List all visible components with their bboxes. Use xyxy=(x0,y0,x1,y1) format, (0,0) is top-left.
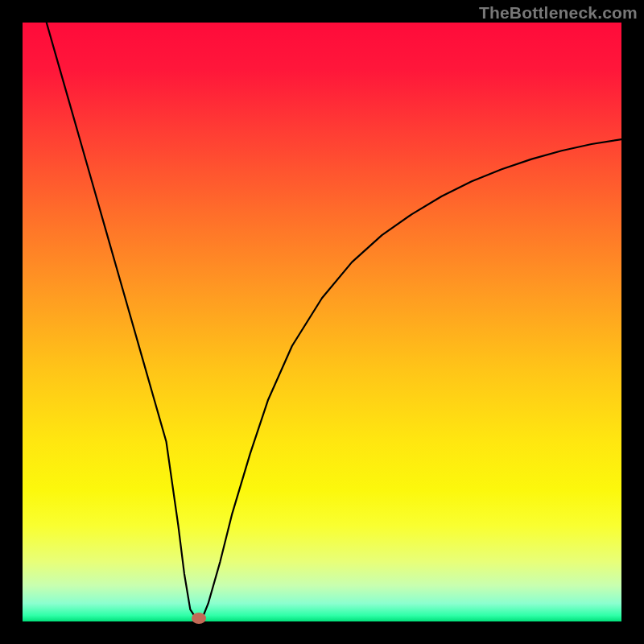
chart-frame: TheBottleneck.com xyxy=(0,0,644,644)
optimal-point-marker xyxy=(192,613,206,624)
watermark-text: TheBottleneck.com xyxy=(479,3,638,23)
bottleneck-curve xyxy=(23,23,621,621)
plot-area xyxy=(23,23,621,621)
